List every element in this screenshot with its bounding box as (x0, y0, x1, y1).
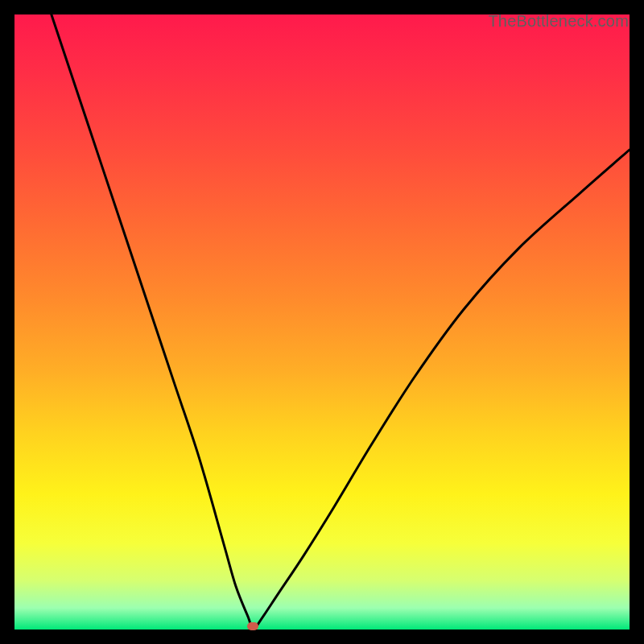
bottleneck-curve (14, 14, 630, 630)
optimum-marker (247, 622, 258, 630)
watermark-text: TheBottleneck.com (488, 12, 629, 31)
plot-area: TheBottleneck.com (14, 14, 630, 630)
